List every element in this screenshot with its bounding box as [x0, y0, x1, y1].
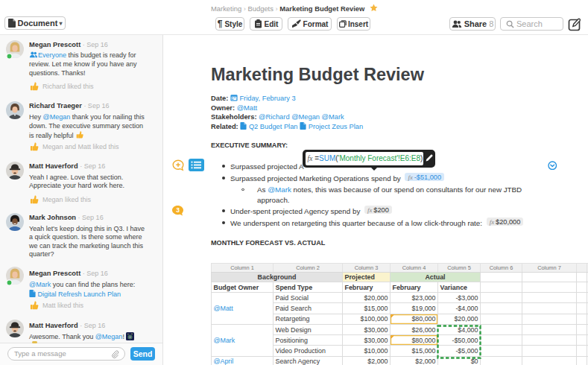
svg-text:3: 3 — [176, 206, 180, 214]
